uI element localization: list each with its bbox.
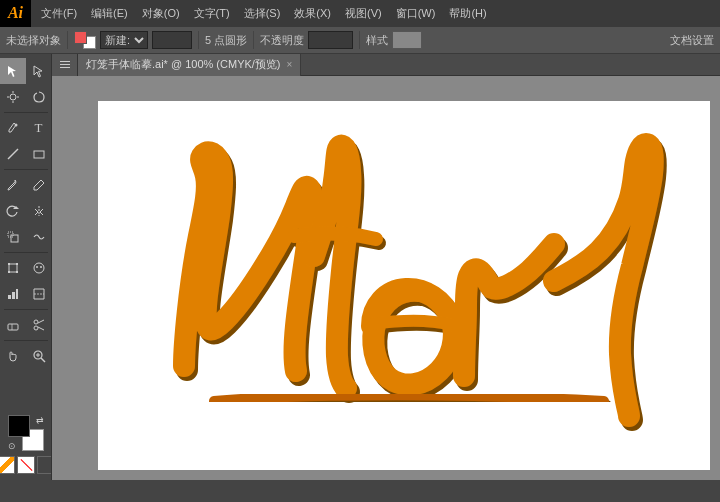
- hand-tool[interactable]: [0, 343, 26, 369]
- tool-row-2: [0, 84, 52, 110]
- svg-point-28: [34, 326, 38, 330]
- reset-colors-icon[interactable]: ⊙: [8, 441, 16, 451]
- menu-view[interactable]: 视图(V): [339, 4, 388, 23]
- extra-swatch-row: [0, 456, 52, 474]
- menu-file[interactable]: 文件(F): [35, 4, 83, 23]
- color-swatches: ⊙ ⇄: [8, 415, 44, 451]
- toolbar: T: [0, 54, 52, 480]
- svg-point-27: [34, 320, 38, 324]
- svg-rect-11: [11, 235, 18, 242]
- swap-colors-icon[interactable]: ⇄: [36, 415, 44, 425]
- tool-row-5: [0, 172, 52, 198]
- svg-rect-16: [8, 271, 10, 273]
- opacity-input[interactable]: 100%: [308, 31, 353, 49]
- tool-divider-5: [4, 340, 48, 341]
- slice-tool[interactable]: [26, 281, 52, 307]
- magic-wand-tool[interactable]: [0, 84, 26, 110]
- canvas-white: [78, 86, 720, 480]
- app-logo: Ai: [0, 0, 31, 27]
- svg-point-5: [14, 124, 17, 127]
- svg-rect-22: [12, 292, 15, 299]
- document-tab[interactable]: 灯笼手体临摹.ai* @ 100% (CMYK/预览) ×: [78, 54, 301, 76]
- tool-divider-3: [4, 252, 48, 253]
- svg-rect-36: [60, 64, 70, 65]
- menu-help[interactable]: 帮助(H): [443, 4, 492, 23]
- zoom-tool[interactable]: [26, 343, 52, 369]
- divider2: [198, 31, 199, 49]
- options-bar: 未选择对象 新建: 5 点圆形 不透明度 100% 样式 文档设置: [0, 27, 720, 54]
- rotate-tool[interactable]: [0, 198, 26, 224]
- title-bar: Ai 文件(F) 编辑(E) 对象(O) 文字(T) 选择(S) 效果(X) 视…: [0, 0, 720, 27]
- shape-tool[interactable]: [26, 141, 52, 167]
- tool-row-10: [0, 312, 52, 338]
- menu-window[interactable]: 窗口(W): [390, 4, 442, 23]
- lettering-svg: [124, 106, 684, 466]
- artboard: [98, 101, 710, 470]
- mirror-tool[interactable]: [26, 198, 52, 224]
- select-tool[interactable]: [0, 58, 26, 84]
- text-tool[interactable]: T: [26, 115, 52, 141]
- no-selection-label: 未选择对象: [6, 33, 61, 48]
- canvas-area: 灯笼手体临摹.ai* @ 100% (CMYK/预览) ×: [52, 54, 720, 480]
- none-fill-swatch[interactable]: [37, 456, 53, 474]
- svg-line-29: [38, 320, 44, 323]
- scissors-tool[interactable]: [26, 312, 52, 338]
- menu-effect[interactable]: 效果(X): [288, 4, 337, 23]
- line-tool[interactable]: [0, 141, 26, 167]
- tool-row-3: T: [0, 115, 52, 141]
- pencil-tool[interactable]: [26, 172, 52, 198]
- tool-divider-4: [4, 309, 48, 310]
- none-swatch[interactable]: [17, 456, 35, 474]
- divider4: [359, 31, 360, 49]
- svg-line-8: [41, 180, 43, 182]
- gradient-swatch[interactable]: [0, 456, 15, 474]
- paintbrush-tool[interactable]: [0, 172, 26, 198]
- opacity-label: 不透明度: [260, 33, 304, 48]
- point-shape-label: 5 点圆形: [205, 33, 247, 48]
- menu-text[interactable]: 文字(T): [188, 4, 236, 23]
- svg-point-20: [40, 266, 42, 268]
- panel-toggle[interactable]: [52, 54, 78, 76]
- document-tab-label: 灯笼手体临摹.ai* @ 100% (CMYK/预览): [86, 57, 281, 72]
- doc-settings-label[interactable]: 文档设置: [670, 33, 714, 48]
- menu-bar: 文件(F) 编辑(E) 对象(O) 文字(T) 选择(S) 效果(X) 视图(V…: [31, 0, 720, 27]
- lasso-tool[interactable]: [26, 84, 52, 110]
- scale-tool[interactable]: [0, 224, 26, 250]
- svg-point-19: [36, 266, 38, 268]
- document-tab-bar: 灯笼手体临摹.ai* @ 100% (CMYK/预览) ×: [78, 54, 720, 76]
- svg-point-4: [10, 94, 16, 100]
- menu-edit[interactable]: 编辑(E): [85, 4, 134, 23]
- tool-divider-2: [4, 169, 48, 170]
- svg-line-32: [41, 358, 45, 362]
- svg-rect-17: [16, 271, 18, 273]
- svg-rect-15: [16, 263, 18, 265]
- warp-tool[interactable]: [26, 224, 52, 250]
- document-tab-close[interactable]: ×: [287, 59, 293, 70]
- tool-row-4: [0, 141, 52, 167]
- style-label: 样式: [366, 33, 388, 48]
- svg-rect-37: [60, 67, 70, 68]
- symbol-tool[interactable]: [26, 255, 52, 281]
- svg-line-30: [38, 327, 44, 330]
- stroke-value-input[interactable]: [152, 31, 192, 49]
- menu-object[interactable]: 对象(O): [136, 4, 186, 23]
- free-transform-tool[interactable]: [0, 255, 26, 281]
- tool-row-9: [0, 281, 52, 307]
- tool-row-11: [0, 343, 52, 369]
- pen-tool[interactable]: [0, 115, 26, 141]
- svg-rect-21: [8, 295, 11, 299]
- stroke-weight-select[interactable]: 新建:: [100, 31, 148, 49]
- svg-rect-25: [8, 324, 18, 330]
- foreground-color-swatch[interactable]: [8, 415, 30, 437]
- menu-select[interactable]: 选择(S): [238, 4, 287, 23]
- style-preview[interactable]: [392, 31, 422, 49]
- svg-line-6: [8, 149, 18, 159]
- direct-select-tool[interactable]: [26, 58, 52, 84]
- underline-strokes: [214, 395, 604, 401]
- tool-row-8: [0, 255, 52, 281]
- tool-row-1: [0, 58, 52, 84]
- eraser-tool[interactable]: [0, 312, 26, 338]
- stroke-icon-area[interactable]: [74, 31, 96, 49]
- bar-chart-tool[interactable]: [0, 281, 26, 307]
- color-swatch-section: ⊙ ⇄: [0, 415, 52, 480]
